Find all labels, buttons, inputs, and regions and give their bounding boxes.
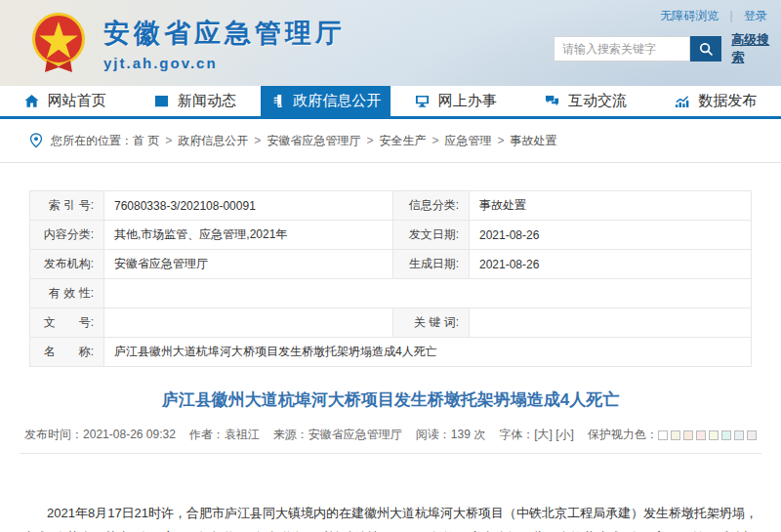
issue-date-value: 2021-08-26: [470, 221, 752, 250]
article-paragraph: 2021年8月17日21时许，合肥市庐江县同大镇境内的在建徽州大道杭埠河大桥项目…: [21, 501, 760, 532]
doc-number-label: 文 号:: [30, 308, 104, 338]
site-banner: 无障碍浏览 | 登录 安徽省应急管理厅 yjt.ah.gov.cn 高级搜索: [0, 0, 781, 86]
article-meta: 发布时间：2021-08-26 09:32 作者：袁祖江 来源：安徽省应急管理厅…: [0, 427, 781, 443]
font-small-button[interactable]: [小]: [555, 428, 574, 441]
table-row: 有 效 性:: [30, 279, 752, 308]
site-logo[interactable]: 安徽省应急管理厅 yjt.ah.gov.cn: [27, 10, 346, 76]
site-title: 安徽省应急管理厅: [103, 16, 346, 51]
breadcrumb-separator: >: [497, 134, 504, 147]
search-input[interactable]: [554, 36, 690, 61]
eye-color-swatch[interactable]: [658, 430, 668, 440]
font-large-button[interactable]: [大]: [534, 428, 553, 441]
breadcrumb-link-gov-info[interactable]: 政府信息公开: [178, 133, 248, 149]
eye-color-swatches: [658, 430, 757, 440]
publisher-label: 发布机构:: [30, 250, 104, 279]
eye-color-swatch[interactable]: [696, 430, 706, 440]
nav-item-label: 互动交流: [568, 92, 627, 110]
article-body: 2021年8月17日21时许，合肥市庐江县同大镇境内的在建徽州大道杭埠河大桥项目…: [0, 454, 781, 532]
breadcrumb-link-emergency[interactable]: 应急管理: [444, 133, 491, 149]
eye-color-swatch[interactable]: [721, 430, 731, 440]
content-category-label: 内容分类:: [30, 221, 104, 250]
nav-item-news[interactable]: 新闻动态: [130, 86, 260, 116]
name-label: 名 称:: [30, 338, 104, 367]
table-row: 索 引 号: 76080338-3/202108-00091 信息分类: 事故处…: [30, 191, 752, 221]
china-national-emblem-icon: [27, 10, 90, 76]
article-title: 庐江县徽州大道杭埠河大桥项目发生桥墩托架坍塌造成4人死亡: [0, 389, 781, 411]
font-size-label: 字体：: [499, 428, 534, 441]
eye-color-swatch[interactable]: [709, 430, 719, 440]
nav-item-interaction[interactable]: 互动交流: [520, 86, 650, 116]
breadcrumb-link-home[interactable]: 首 页: [133, 133, 159, 149]
publish-time: 发布时间：2021-08-26 09:32: [24, 427, 176, 443]
content-category-value: 其他,市场监管、应急管理,2021年: [104, 221, 393, 250]
document-meta-table: 索 引 号: 76080338-3/202108-00091 信息分类: 事故处…: [29, 190, 752, 367]
eye-color-swatch[interactable]: [734, 430, 744, 440]
news-icon: [154, 94, 169, 108]
advanced-search-link[interactable]: 高级搜索: [731, 31, 781, 66]
breadcrumb-separator: >: [366, 134, 373, 147]
search-icon: [699, 42, 714, 57]
login-link[interactable]: 登录: [744, 9, 767, 22]
table-row: 文 号: 关 键 词:: [30, 308, 752, 338]
nav-item-online-service[interactable]: 网上办事: [390, 86, 520, 116]
name-value: 庐江县徽州大道杭埠河大桥项目发生桥墩托架坍塌造成4人死亡: [104, 338, 752, 367]
main-nav: 网站首页 新闻动态 政府信息公开 网上办事 互动交流 数据发布: [0, 86, 781, 119]
chart-icon: [675, 94, 689, 108]
info-category-value: 事故处置: [470, 191, 752, 221]
eye-protect-label: 保护视力色：: [588, 428, 658, 441]
nav-item-label: 网站首页: [48, 92, 106, 110]
validity-value: [104, 279, 752, 308]
breadcrumb-link-accident[interactable]: 事故处置: [510, 133, 556, 149]
utility-bar: 无障碍浏览 | 登录: [660, 8, 767, 24]
breadcrumb-link-department[interactable]: 安徽省应急管理厅: [267, 133, 360, 149]
eye-color-swatch[interactable]: [747, 430, 757, 440]
search-area: 高级搜索: [554, 31, 781, 66]
info-category-label: 信息分类:: [393, 191, 470, 221]
issue-date-label: 发文日期:: [393, 221, 470, 250]
breadcrumb-separator: >: [165, 134, 172, 147]
site-url: yjt.ah.gov.cn: [103, 55, 346, 71]
author: 作者：袁祖江: [189, 427, 260, 443]
font-size-control: 字体：[大] [小]: [499, 427, 574, 443]
breadcrumb-separator: >: [254, 134, 261, 147]
create-date-label: 生成日期:: [393, 250, 470, 279]
monitor-icon: [415, 94, 430, 108]
index-number-label: 索 引 号:: [30, 191, 104, 221]
home-icon: [24, 94, 39, 108]
nav-item-label: 网上办事: [438, 92, 497, 110]
nav-item-data[interactable]: 数据发布: [651, 86, 781, 116]
keywords-label: 关 键 词:: [393, 308, 470, 338]
doc-number-value: [104, 308, 393, 338]
create-date-value: 2021-08-26: [470, 250, 752, 279]
breadcrumb-separator: >: [432, 134, 438, 147]
accessibility-link[interactable]: 无障碍浏览: [660, 9, 719, 22]
eye-protect-control: 保护视力色：: [588, 427, 757, 443]
breadcrumb-prefix: 您所在的位置：: [51, 133, 133, 149]
eye-color-swatch[interactable]: [671, 430, 680, 440]
nav-item-label: 政府信息公开: [293, 92, 381, 110]
nav-item-label: 新闻动态: [178, 92, 236, 110]
view-count: 阅读：139 次: [416, 427, 485, 443]
index-number-value: 76080338-3/202108-00091: [104, 191, 393, 221]
breadcrumb: 您所在的位置： 首 页 > 政府信息公开 > 安徽省应急管理厅 > 安全生产 >…: [0, 119, 781, 163]
nav-item-home[interactable]: 网站首页: [0, 86, 130, 116]
validity-label: 有 效 性:: [30, 279, 104, 308]
table-row: 发布机构: 安徽省应急管理厅 生成日期: 2021-08-26: [30, 250, 752, 279]
eye-color-swatch[interactable]: [683, 430, 693, 440]
search-button[interactable]: [690, 36, 721, 61]
nav-item-gov-info[interactable]: 政府信息公开: [261, 86, 390, 116]
source: 来源：安徽省应急管理厅: [273, 427, 402, 443]
location-pin-icon: [29, 133, 43, 148]
nav-item-label: 数据发布: [698, 92, 757, 110]
utility-divider: |: [730, 9, 733, 22]
document-icon: [269, 94, 284, 108]
publisher-value: 安徽省应急管理厅: [104, 250, 393, 279]
breadcrumb-link-safety[interactable]: 安全生产: [379, 133, 426, 149]
table-row: 内容分类: 其他,市场监管、应急管理,2021年 发文日期: 2021-08-2…: [30, 221, 752, 250]
chat-icon: [545, 94, 559, 108]
keywords-value: [470, 308, 752, 338]
table-row: 名 称: 庐江县徽州大道杭埠河大桥项目发生桥墩托架坍塌造成4人死亡: [30, 338, 752, 367]
